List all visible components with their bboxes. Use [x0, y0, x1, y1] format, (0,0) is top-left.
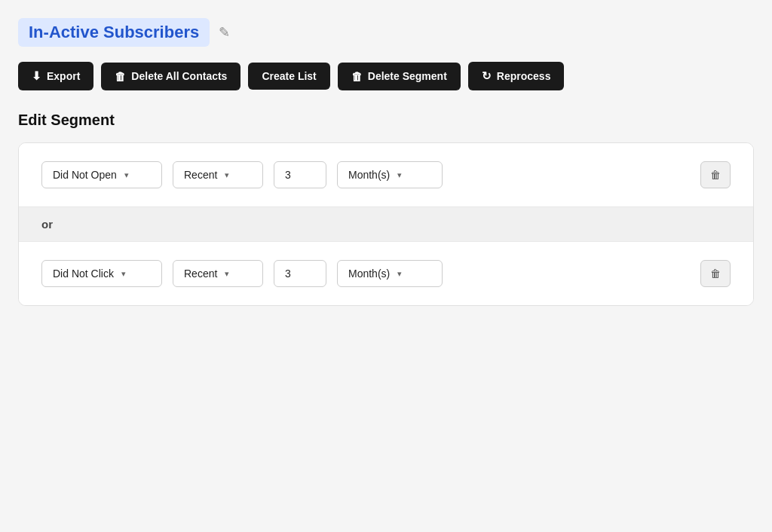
delete-all-button[interactable]: 🗑 Delete All Contacts	[101, 63, 240, 90]
period-select-2[interactable]: Month(s) ▾	[337, 260, 443, 287]
delete-segment-button[interactable]: 🗑 Delete Segment	[338, 63, 461, 90]
export-icon: ⬇	[32, 69, 41, 83]
toolbar: ⬇ Export 🗑 Delete All Contacts Create Li…	[18, 62, 754, 90]
delete-all-icon: 🗑	[115, 70, 126, 83]
section-heading: Edit Segment	[18, 112, 754, 129]
or-label: or	[41, 218, 53, 231]
condition-value-2: Did Not Click	[53, 268, 114, 280]
condition-select-2[interactable]: Did Not Click ▾	[41, 260, 162, 287]
period-select-1[interactable]: Month(s) ▾	[337, 161, 443, 188]
reprocess-label: Reprocess	[497, 70, 551, 82]
delete-all-label: Delete All Contacts	[131, 70, 227, 82]
delete-row-2-icon: 🗑	[710, 268, 721, 280]
export-label: Export	[47, 70, 80, 82]
delete-row-1-icon: 🗑	[710, 169, 721, 181]
period-chevron-1: ▾	[397, 170, 402, 180]
period-chevron-2: ▾	[397, 269, 402, 279]
create-list-button[interactable]: Create List	[248, 63, 329, 90]
timing-value-1: Recent	[184, 169, 217, 181]
segment-row-2: Did Not Click ▾ Recent ▾ Month(s) ▾ 🗑	[19, 242, 753, 305]
delete-row-2-button[interactable]: 🗑	[700, 260, 731, 287]
page-title: In-Active Subscribers	[18, 18, 210, 47]
condition-chevron-2: ▾	[121, 269, 126, 279]
timing-chevron-2: ▾	[225, 269, 229, 279]
condition-select-1[interactable]: Did Not Open ▾	[41, 161, 162, 188]
segment-row-1: Did Not Open ▾ Recent ▾ Month(s) ▾ 🗑	[19, 143, 753, 207]
number-input-1[interactable]	[274, 161, 326, 188]
timing-select-2[interactable]: Recent ▾	[173, 260, 263, 287]
condition-chevron-1: ▾	[124, 170, 129, 180]
period-value-1: Month(s)	[348, 169, 390, 181]
timing-value-2: Recent	[184, 268, 217, 280]
delete-row-1-button[interactable]: 🗑	[700, 161, 731, 188]
page-header: In-Active Subscribers ✎	[18, 18, 754, 47]
timing-select-1[interactable]: Recent ▾	[173, 161, 263, 188]
period-value-2: Month(s)	[348, 268, 390, 280]
delete-segment-icon: 🗑	[351, 70, 363, 83]
timing-chevron-1: ▾	[225, 170, 229, 180]
create-list-label: Create List	[262, 70, 316, 82]
number-input-2[interactable]	[274, 260, 326, 287]
reprocess-icon: ↻	[482, 69, 492, 83]
edit-title-icon[interactable]: ✎	[219, 24, 230, 41]
export-button[interactable]: ⬇ Export	[18, 62, 93, 90]
segment-editor: Did Not Open ▾ Recent ▾ Month(s) ▾ 🗑 or …	[18, 142, 754, 306]
reprocess-button[interactable]: ↻ Reprocess	[468, 62, 565, 90]
page-container: In-Active Subscribers ✎ ⬇ Export 🗑 Delet…	[18, 18, 754, 306]
or-separator: or	[19, 207, 753, 242]
condition-value-1: Did Not Open	[53, 169, 117, 181]
delete-segment-label: Delete Segment	[368, 70, 447, 82]
